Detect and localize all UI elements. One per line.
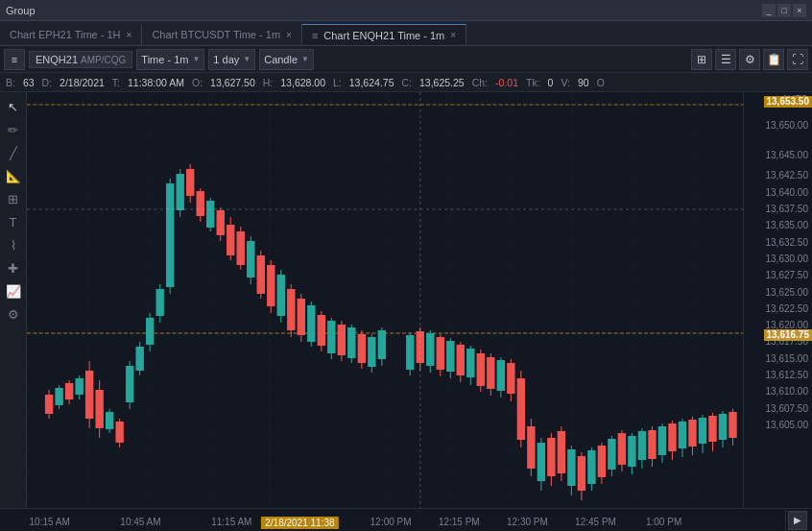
- svg-rect-136: [708, 416, 716, 442]
- high-value: 13,628.00: [280, 77, 325, 88]
- settings-tool[interactable]: ⚙: [3, 303, 24, 325]
- change-label: Ch:: [472, 77, 488, 88]
- svg-rect-18: [95, 390, 103, 428]
- svg-rect-90: [477, 353, 485, 386]
- orders-icon-btn[interactable]: 📋: [763, 49, 784, 70]
- line-tool[interactable]: ╱: [3, 142, 24, 163]
- data-view-icon-btn[interactable]: ☰: [715, 49, 736, 70]
- fibonacci-tool[interactable]: ⌇: [3, 234, 24, 255]
- bar-num-label: B:: [6, 77, 15, 88]
- fullscreen-icon-btn[interactable]: ⛶: [787, 49, 808, 70]
- time-label: T:: [112, 77, 120, 88]
- svg-rect-104: [547, 438, 555, 476]
- svg-rect-140: [728, 412, 736, 438]
- info-bar: B: 63 D: 2/18/2021 T: 11:38:00 AM O: 13,…: [0, 73, 812, 92]
- svg-rect-62: [318, 315, 325, 346]
- timeframe-selector[interactable]: Time - 1m ▼: [136, 49, 204, 70]
- svg-rect-96: [507, 363, 514, 394]
- time-1215: 12:15 PM: [439, 517, 480, 527]
- tab-enqh21-close[interactable]: ×: [450, 30, 456, 40]
- tab-btcusdt-close[interactable]: ×: [286, 30, 292, 40]
- cursor-tool[interactable]: ↖: [3, 96, 24, 117]
- period-label: 1 day: [213, 54, 239, 65]
- date-label: D:: [42, 77, 53, 88]
- svg-rect-74: [378, 330, 386, 359]
- svg-rect-120: [628, 436, 635, 467]
- tab-btcusdt[interactable]: Chart BTCUSDT Time - 1m ×: [142, 24, 302, 45]
- title-bar-controls[interactable]: _ □ ×: [762, 4, 806, 17]
- time-1245: 12:45 PM: [575, 517, 616, 527]
- period-selector[interactable]: 1 day ▼: [208, 49, 255, 70]
- tab-eph21-close[interactable]: ×: [127, 30, 132, 40]
- text-tool[interactable]: T: [3, 211, 24, 232]
- svg-rect-30: [155, 289, 163, 316]
- svg-rect-70: [358, 334, 366, 363]
- time-value: 11:38:00 AM: [128, 77, 184, 88]
- svg-rect-68: [347, 327, 355, 358]
- scroll-right-button[interactable]: ▶: [788, 511, 807, 530]
- menu-icon-btn[interactable]: ≡: [4, 49, 25, 70]
- price-13637: 13,637.50: [766, 205, 809, 214]
- svg-rect-34: [177, 174, 184, 210]
- svg-rect-16: [85, 371, 93, 419]
- close-button[interactable]: ×: [793, 4, 806, 17]
- svg-rect-32: [166, 183, 174, 287]
- svg-rect-22: [115, 422, 123, 443]
- chart-type-selector[interactable]: Candle ▼: [259, 49, 314, 70]
- properties-icon-btn[interactable]: ⚙: [739, 49, 760, 70]
- time-100: 1:00 PM: [646, 517, 681, 527]
- minimize-button[interactable]: _: [762, 4, 776, 17]
- svg-rect-118: [618, 433, 626, 465]
- svg-rect-80: [426, 333, 434, 366]
- time-1015: 10:15 AM: [30, 517, 70, 527]
- cross-tool[interactable]: ✚: [3, 257, 24, 278]
- svg-rect-50: [257, 255, 265, 294]
- symbol-extra: AMP/CQG: [81, 55, 126, 65]
- time-axis-inner[interactable]: 10:15 AM 10:45 AM 11:15 AM 2/18/2021 11:…: [27, 509, 785, 531]
- chart-svg: [27, 92, 743, 508]
- svg-rect-132: [688, 420, 696, 447]
- svg-rect-114: [598, 446, 606, 477]
- time-1115: 11:15 AM: [211, 517, 251, 527]
- grid-tool[interactable]: ⊞: [3, 188, 24, 209]
- chart-settings-icon-btn[interactable]: ⊞: [691, 49, 712, 70]
- toolbar-right-icons: ⊞ ☰ ⚙ 📋 ⛶: [691, 49, 808, 70]
- maximize-button[interactable]: □: [777, 4, 791, 17]
- price-13622: 13,622.50: [766, 304, 809, 314]
- time-axis: 10:15 AM 10:45 AM 11:15 AM 2/18/2021 11:…: [0, 508, 812, 531]
- price-13607: 13,607.50: [766, 404, 809, 414]
- price-13645: 13,645.00: [766, 151, 809, 160]
- tab-bar: Chart EPH21 Time - 1H × Chart BTCUSDT Ti…: [0, 21, 812, 46]
- svg-rect-130: [679, 422, 686, 448]
- ticks-value: 0: [548, 77, 554, 88]
- close-label: C:: [401, 77, 412, 88]
- open-label: O:: [192, 77, 203, 88]
- draw-tool[interactable]: ✏: [3, 119, 24, 140]
- svg-rect-52: [267, 265, 275, 306]
- svg-rect-14: [75, 378, 83, 395]
- price-13605: 13,605.00: [766, 421, 809, 430]
- low-value: 13,624.75: [349, 77, 394, 88]
- svg-rect-64: [327, 321, 335, 353]
- period-arrow: ▼: [243, 55, 251, 63]
- svg-rect-102: [537, 443, 545, 481]
- svg-rect-88: [466, 349, 474, 377]
- toolbar: ≡ ENQH21 AMP/CQG Time - 1m ▼ 1 day ▼ Can…: [0, 46, 812, 73]
- measure-tool[interactable]: 📐: [3, 165, 24, 186]
- svg-rect-36: [186, 169, 194, 196]
- svg-rect-100: [527, 426, 535, 469]
- tab-eph21[interactable]: Chart EPH21 Time - 1H ×: [0, 24, 142, 45]
- svg-rect-108: [567, 449, 575, 486]
- chart-type-label: Candle: [264, 54, 298, 65]
- title-bar: Group _ □ ×: [0, 0, 812, 21]
- time-axis-corner: ▶: [785, 509, 812, 532]
- svg-rect-106: [558, 431, 565, 473]
- tab-enqh21[interactable]: ≡ Chart ENQH21 Time - 1m ×: [302, 24, 466, 45]
- chart-area[interactable]: ENQH21 E-mini NASDAQ-100 March 2021: [27, 92, 743, 508]
- svg-rect-48: [247, 241, 254, 278]
- price-13630: 13,630.00: [766, 254, 809, 264]
- time-1200: 12:00 PM: [370, 517, 412, 527]
- symbol-selector[interactable]: ENQH21 AMP/CQG: [29, 51, 132, 68]
- indicator-tool[interactable]: 📈: [3, 280, 24, 302]
- svg-rect-38: [197, 191, 204, 216]
